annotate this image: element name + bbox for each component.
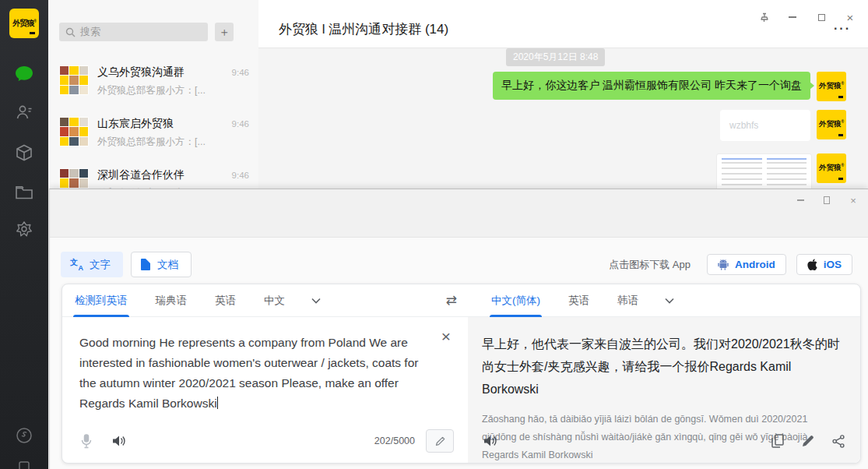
chat-item-preview: 外贸狼总部客服小方：[... (97, 136, 249, 149)
sent-message-bubble: wzbhfs (720, 110, 810, 141)
result-footer (468, 425, 860, 463)
search-icon (65, 27, 76, 37)
translator-titlebar: × (50, 189, 868, 238)
chat-item-preview: 外贸狼总部客服小方：[... (97, 84, 249, 97)
download-app-row: 点击图标下载 App Android (609, 252, 852, 277)
chat-room-title: 外贸狼 l 温州沟通对接群 (14) (279, 20, 448, 38)
listen-result-icon[interactable] (483, 435, 497, 447)
thumbnail-content (767, 158, 807, 189)
chat-titlebar: 外贸狼 l 温州沟通对接群 (14) × (258, 0, 868, 48)
character-count: 202/5000 (374, 436, 415, 446)
chat-item-title: 山东宸启外贸狼 (97, 117, 227, 131)
lang-tab[interactable]: 英语 (213, 284, 237, 316)
search-input[interactable]: 搜索 (59, 23, 208, 41)
link-circle-nav-icon[interactable] (15, 426, 33, 445)
app-logo: 外贸狼® (9, 9, 39, 38)
mobile-nav-icon[interactable] (15, 460, 33, 469)
swap-languages-icon[interactable]: ⇄ (446, 292, 457, 309)
pin-icon[interactable] (754, 9, 774, 25)
download-hint: 点击图标下载 App (609, 258, 691, 272)
date-badge: 2020年5月12日 8:48 (506, 48, 605, 66)
app-window: 外贸狼® (0, 0, 868, 469)
chevron-down-icon[interactable] (665, 298, 674, 304)
language-bar: 检测到英语瑞典语英语中文 ⇄ 中文(简体)英语韩语 (62, 284, 860, 317)
app-logo-label: 外贸狼® (12, 18, 36, 29)
folder-nav-icon[interactable] (15, 183, 33, 202)
lang-tab[interactable]: 中文 (262, 284, 286, 316)
translated-text: 早上好，他代表一家来自波兰的公司。我们对2020/2021秋冬的时尚女士外套/夹… (482, 333, 845, 400)
chat-item-title: 义乌外贸狼沟通群 (97, 65, 227, 79)
chat-item-time: 9:46 (232, 171, 249, 180)
translator-window-controls: × (790, 192, 863, 208)
target-language-bar: 中文(简体)英语韩语 (468, 284, 860, 316)
apple-icon (807, 259, 817, 270)
microphone-icon[interactable] (81, 434, 92, 449)
sent-message-bubble: 早上好，你这边客户 温州霸恒服饰有限公司 昨天来了一个询盘 (493, 72, 810, 100)
contacts-nav-icon[interactable] (15, 103, 33, 122)
chat-list-items: 义乌外贸狼沟通群9:46外贸狼总部客服小方：[...山东宸启外贸狼9:46外贸狼… (48, 55, 258, 209)
chat-list-item[interactable]: 山东宸启外贸狼9:46外贸狼总部客服小方：[... (48, 106, 258, 157)
listen-source-icon[interactable] (112, 435, 126, 447)
copy-icon[interactable] (771, 434, 784, 448)
text-caret (217, 397, 218, 409)
chat-list-item[interactable]: 义乌外贸狼沟通群9:46外贸狼总部客服小方：[... (48, 55, 258, 106)
edit-source-button[interactable] (426, 429, 454, 453)
thumbnail-content (722, 158, 762, 189)
source-text-input[interactable]: Good morning He represents a company fro… (79, 333, 432, 414)
chevron-down-icon[interactable] (311, 298, 321, 304)
chat-nav-icon[interactable] (15, 65, 33, 83)
chat-menu-ellipsis-icon[interactable]: ··· (834, 22, 851, 36)
lang-tab[interactable]: 韩语 (616, 284, 640, 316)
maximize-icon[interactable] (817, 192, 837, 208)
minimize-icon[interactable] (790, 192, 810, 208)
android-icon (718, 259, 729, 270)
package-nav-icon[interactable] (15, 143, 33, 162)
minimize-icon[interactable] (782, 9, 803, 25)
lang-tab[interactable]: 瑞典语 (154, 284, 189, 316)
clear-text-icon[interactable]: × (441, 328, 451, 344)
translator-mode-tabs: 文A 文字 文档 (61, 252, 192, 277)
lang-tab[interactable]: 中文(简体) (490, 284, 542, 316)
translate-icon: 文A (70, 259, 83, 270)
chat-item-time: 9:46 (232, 119, 249, 129)
group-avatar (59, 65, 89, 95)
edit-translation-icon[interactable] (802, 435, 814, 447)
chat-item-title: 深圳谷道合作伙伴 (97, 168, 227, 182)
source-pane: × Good morning He represents a company f… (62, 317, 468, 463)
tab-document-translate[interactable]: 文档 (131, 252, 192, 277)
translator-window: × 文A 文字 文档 点击图标下载 App (49, 189, 868, 469)
chat-item-time: 9:46 (232, 68, 249, 77)
ios-download-button[interactable]: iOS (796, 254, 852, 275)
search-placeholder: 搜索 (80, 25, 100, 39)
group-avatar (59, 117, 89, 146)
close-icon[interactable]: × (843, 192, 863, 208)
source-footer: 202/5000 (62, 425, 468, 463)
nav-sidebar: 外贸狼® (0, 0, 48, 469)
lang-tab[interactable]: 检测到英语 (73, 284, 129, 316)
translator-body: × Good morning He represents a company f… (62, 317, 860, 463)
sender-avatar[interactable]: 外贸狼® (817, 72, 846, 101)
share-icon[interactable] (832, 435, 845, 448)
tab-text-translate[interactable]: 文A 文字 (61, 252, 123, 277)
document-icon (141, 259, 150, 270)
lang-tab[interactable]: 英语 (567, 284, 591, 316)
sender-avatar[interactable]: 外贸狼® (817, 110, 846, 139)
source-lang-tabs: 检测到英语瑞典语英语中文 (73, 284, 311, 316)
source-language-bar: 检测到英语瑞典语英语中文 ⇄ (62, 284, 468, 316)
target-lang-tabs: 中文(简体)英语韩语 (490, 284, 665, 316)
search-row: 搜索 ＋ (48, 0, 258, 51)
new-chat-button[interactable]: ＋ (215, 23, 234, 41)
android-download-button[interactable]: Android (707, 254, 786, 275)
maximize-icon[interactable] (811, 9, 831, 25)
settings-flower-nav-icon[interactable] (15, 220, 33, 238)
translator-card: 检测到英语瑞典语英语中文 ⇄ 中文(简体)英语韩语 × Good mornin (61, 284, 861, 464)
sender-avatar[interactable]: 外贸狼® (817, 153, 846, 183)
result-pane: 早上好，他代表一家来自波兰的公司。我们对2020/2021秋冬的时尚女士外套/夹… (468, 317, 860, 463)
